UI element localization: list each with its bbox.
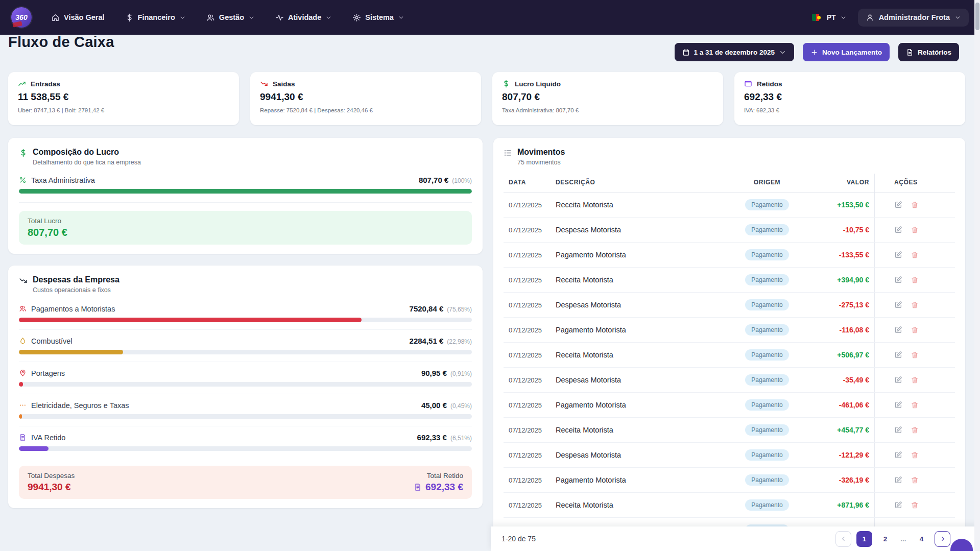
row-date: 07/12/2025	[504, 226, 551, 234]
user-name: Administrador Frota	[879, 13, 950, 21]
row-value: -275,13 €	[805, 301, 874, 309]
page-button[interactable]: 4	[914, 531, 929, 547]
calendar-icon	[682, 49, 690, 56]
edit-icon[interactable]	[894, 351, 902, 359]
panel-title: Movimentos	[517, 148, 565, 157]
progress-bar	[19, 318, 472, 322]
scrollbar-thumb[interactable]	[975, 3, 979, 30]
origin-badge: Pagamento	[745, 199, 788, 210]
page-button[interactable]: 2	[877, 531, 893, 547]
table-row: 07/12/2025 Receita Motorista Pagamento +…	[504, 343, 955, 368]
row-date: 07/12/2025	[504, 276, 551, 284]
reports-button[interactable]: Relatórios	[898, 43, 959, 61]
next-page-button[interactable]	[935, 531, 950, 547]
panel-title: Despesas da Empresa	[33, 275, 119, 284]
edit-icon[interactable]	[894, 426, 902, 434]
row-date: 07/12/2025	[504, 401, 551, 409]
edit-icon[interactable]	[894, 201, 902, 209]
trash-icon[interactable]	[911, 501, 919, 509]
expense-label: Portagens	[31, 369, 65, 377]
column-data: DATA	[504, 174, 551, 192]
nav-item[interactable]: Gestão	[206, 13, 255, 22]
trash-icon[interactable]	[911, 376, 919, 384]
expense-label: Pagamentos a Motoristas	[31, 305, 115, 313]
card-label: Retidos	[757, 80, 782, 88]
home-icon	[51, 13, 60, 22]
trash-icon[interactable]	[911, 476, 919, 484]
gear-icon	[352, 13, 361, 22]
chevron-down-icon	[398, 14, 404, 21]
row-date: 07/12/2025	[504, 376, 551, 384]
summary-card: Retidos 692,33 € IVA: 692,33 €	[734, 72, 965, 125]
plus-icon	[810, 49, 818, 56]
card-value: 807,70 €	[502, 91, 713, 103]
new-entry-button[interactable]: Novo Lançamento	[803, 43, 890, 61]
document-icon	[19, 434, 27, 441]
edit-icon[interactable]	[894, 326, 902, 334]
map-pin-icon	[19, 369, 27, 377]
trash-icon[interactable]	[911, 251, 919, 259]
nav-item[interactable]: Sistema	[352, 13, 404, 22]
summary-card: Lucro Líquido 807,70 € Taxa Administrati…	[492, 72, 723, 125]
edit-icon[interactable]	[894, 376, 902, 384]
expense-percent: (0,91%)	[450, 370, 472, 377]
row-value: +153,50 €	[805, 201, 874, 209]
summary-card: Entradas 11 538,55 € Uber: 8747,13 € | B…	[8, 72, 239, 125]
date-range-button[interactable]: 1 a 31 de dezembro 2025	[675, 43, 794, 61]
edit-icon[interactable]	[894, 501, 902, 509]
edit-icon[interactable]	[894, 301, 902, 309]
users-icon	[19, 305, 27, 313]
previous-page-button[interactable]	[835, 531, 851, 547]
document-icon	[414, 483, 422, 491]
page-title: Fluxo de Caixa	[8, 34, 114, 51]
edit-icon[interactable]	[894, 401, 902, 409]
expense-item: IVA Retido 692,33 € (6,51%)	[19, 426, 472, 458]
nav-item[interactable]: Financeiro	[125, 13, 186, 22]
edit-icon[interactable]	[894, 226, 902, 234]
progress-bar	[19, 350, 472, 354]
movements-panel: Movimentos 75 movimentos DATA DESCRIÇÃO …	[493, 138, 965, 551]
card-detail: Uber: 8747,13 € | Bolt: 2791,42 €	[18, 107, 229, 113]
table-row: 07/12/2025 Receita Motorista Pagamento +…	[504, 268, 955, 293]
chevron-down-icon	[779, 49, 786, 56]
edit-icon[interactable]	[894, 476, 902, 484]
row-value: +506,97 €	[805, 351, 874, 359]
row-date: 07/12/2025	[504, 351, 551, 359]
trash-icon[interactable]	[911, 426, 919, 434]
trash-icon[interactable]	[911, 326, 919, 334]
trash-icon[interactable]	[911, 201, 919, 209]
trending-down-icon	[19, 276, 28, 285]
row-date: 07/12/2025	[504, 476, 551, 484]
column-origin: ORIGEM	[729, 174, 805, 192]
user-menu[interactable]: Administrador Frota	[858, 9, 969, 27]
expense-value: 7520,84 €	[410, 304, 444, 313]
trash-icon[interactable]	[911, 351, 919, 359]
logo[interactable]: 360	[11, 7, 32, 28]
edit-icon[interactable]	[894, 276, 902, 284]
row-description: Receita Motorista	[551, 276, 729, 284]
column-description: DESCRIÇÃO	[551, 174, 729, 192]
row-value: -10,75 €	[805, 226, 874, 234]
trash-icon[interactable]	[911, 301, 919, 309]
page-button[interactable]: 1	[856, 531, 872, 547]
trash-icon[interactable]	[911, 276, 919, 284]
nav-item[interactable]: Visão Geral	[51, 13, 105, 22]
list-icon	[504, 149, 512, 157]
language-code: PT	[827, 13, 836, 21]
row-date: 07/12/2025	[504, 426, 551, 434]
edit-icon[interactable]	[894, 451, 902, 459]
nav-item-label: Atividade	[288, 13, 321, 21]
trash-icon[interactable]	[911, 451, 919, 459]
edit-icon[interactable]	[894, 251, 902, 259]
language-selector[interactable]: PT	[812, 13, 847, 21]
dollar-icon	[502, 80, 510, 88]
page-button[interactable]: ...	[898, 531, 909, 547]
expense-item: Combustível 2284,51 € (22,98%)	[19, 330, 472, 362]
origin-badge: Pagamento	[745, 399, 788, 411]
nav-item[interactable]: Atividade	[275, 13, 332, 22]
table-row: 07/12/2025 Receita Motorista Pagamento +…	[504, 493, 955, 518]
activity-icon	[275, 13, 284, 22]
trash-icon[interactable]	[911, 226, 919, 234]
trash-icon[interactable]	[911, 401, 919, 409]
scrollbar[interactable]	[974, 0, 980, 551]
